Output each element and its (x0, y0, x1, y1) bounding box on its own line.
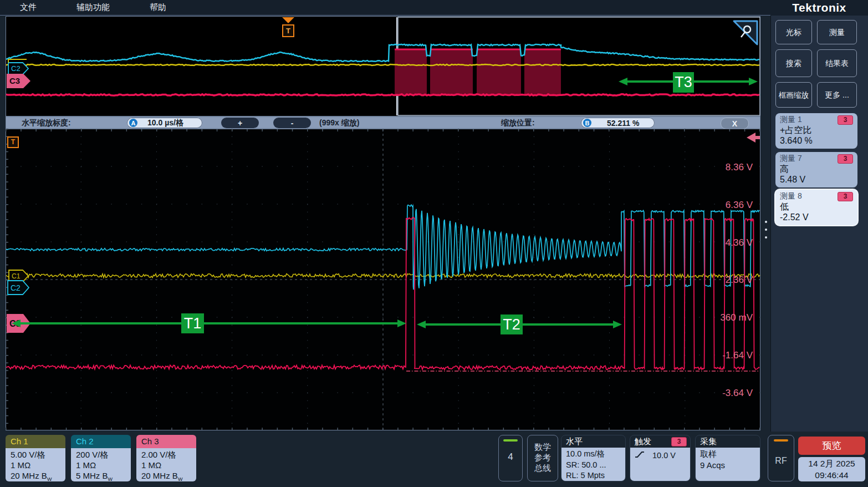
rising-edge-icon (635, 450, 645, 458)
menu-help[interactable]: 帮助 (150, 2, 166, 13)
channel-2-bandwidth: 5 MHz BW (76, 470, 131, 481)
channel-4-badge[interactable]: 4 (498, 435, 523, 481)
measurement-badge-1[interactable]: 测量 1 3 +占空比 3.640 % (775, 113, 857, 149)
measurement-title: 测量 1 (780, 115, 802, 125)
search-button[interactable]: 搜索 (775, 49, 812, 77)
rf-color-bar (774, 439, 788, 442)
zoom-scale-bar: 水平缩放标度: A 10.0 µs/格 + - (999x 缩放) 缩放位置: … (6, 116, 760, 129)
horizontal-badge[interactable]: 水平 10.0 ms/格 SR: 50.0 ... RL: 5 Mpts (561, 435, 626, 481)
measurement-badge-7[interactable]: 测量 7 3 高 5.48 V (775, 152, 857, 187)
source-channel-chip: 3 (838, 115, 853, 125)
zoom-in-button[interactable]: + (221, 118, 259, 128)
oscilloscope-app: 文件 辅助功能 帮助 Tektronix 水平缩放标度: A 10.0 µs/格… (0, 0, 868, 487)
measurement-name: 高 (780, 164, 853, 174)
channel-1-label: Ch 1 (6, 435, 65, 448)
channel-1-badge[interactable]: Ch 1 5.00 V/格 1 MΩ 20 MHz BW (6, 435, 65, 481)
date: 14 2月 2025 (798, 458, 865, 469)
channel-3-bandwidth: 20 MHz BW (141, 470, 196, 481)
voltage-label: -3.64 V (709, 388, 753, 399)
measure-button[interactable]: 测量 (817, 20, 857, 44)
waveform-overview[interactable] (6, 16, 760, 116)
zoom-position-value: 52.211 % (607, 119, 639, 128)
measurement-name: +占空比 (780, 125, 853, 135)
bottom-bar: Ch 1 5.00 V/格 1 MΩ 20 MHz BW Ch 2 200 V/… (0, 432, 868, 487)
math-ref-bus-button[interactable]: 数学 参考 总线 (527, 435, 558, 481)
rf-label: RF (768, 456, 794, 466)
horizontal-scale: 10.0 ms/格 (566, 449, 625, 460)
panel-drag-handle[interactable] (764, 221, 768, 239)
voltage-label: 360 mV (709, 312, 753, 323)
source-channel-chip: 3 (838, 154, 853, 164)
time-annotation-t3: T3 (673, 72, 694, 93)
channel-3-badge[interactable]: Ch 3 2.00 V/格 1 MΩ 20 MHz BW (136, 435, 196, 481)
measurement-value: -2.52 V (780, 212, 853, 222)
channel-3-scale: 2.00 V/格 (141, 449, 196, 460)
more-button[interactable]: 更多 ... (817, 82, 857, 108)
zoom-out-button[interactable]: - (273, 118, 311, 128)
voltage-label: 4.36 V (709, 237, 753, 248)
measurement-name: 低 (780, 201, 853, 212)
sample-rate: SR: 50.0 ... (566, 460, 625, 471)
overview-trigger-marker[interactable]: T (282, 24, 294, 37)
voltage-label: 6.36 V (709, 200, 753, 211)
horizontal-title: 水平 (561, 435, 625, 448)
datetime-display: 14 2月 2025 09:46:44 (798, 457, 865, 481)
trigger-title: 触发 (635, 435, 651, 448)
channel-2-impedance: 1 MΩ (76, 460, 131, 470)
acquisition-mode: 取样 (700, 449, 760, 460)
voltage-label: 2.36 V (709, 275, 753, 286)
preview-button[interactable]: 预览 (798, 437, 865, 455)
channel-4-color-bar (503, 439, 518, 442)
voltage-label: 8.36 V (709, 162, 753, 173)
zoom-factor-label: (999x 缩放) (319, 118, 359, 128)
measurement-value: 5.48 V (780, 174, 853, 185)
voltage-label: -1.64 V (709, 350, 753, 361)
acquisition-count: 9 Acqs (700, 460, 760, 471)
channel-2-badge[interactable]: Ch 2 200 V/格 1 MΩ 5 MHz BW (71, 435, 131, 481)
rf-badge[interactable]: RF (768, 435, 794, 481)
zoom-position-pill[interactable]: B 52.211 % (581, 118, 655, 128)
cursors-button[interactable]: 光标 (775, 20, 812, 44)
channel-1-impedance: 1 MΩ (11, 460, 65, 470)
menu-bar: 文件 辅助功能 帮助 (0, 0, 770, 16)
measurement-value: 3.640 % (780, 135, 853, 146)
acquisition-badge[interactable]: 采集 取样 9 Acqs (695, 435, 760, 481)
channel-1-scale: 5.00 V/格 (11, 449, 65, 460)
zoom-scale-label: 水平缩放标度: (22, 118, 71, 128)
channel-3-label: Ch 3 (136, 435, 196, 448)
time-annotation-t2: T2 (501, 314, 523, 334)
sidebar: 光标 测量 搜索 结果表 框画缩放 更多 ... 测量 1 3 +占空比 3.6… (770, 16, 868, 432)
measurement-title: 测量 8 (780, 191, 802, 201)
channel-2-label: Ch 2 (71, 435, 131, 448)
trigger-badge[interactable]: 触发 3 10.0 V (630, 435, 691, 481)
channel-3-impedance: 1 MΩ (141, 460, 196, 470)
tektronix-logo: Tektronix (770, 0, 868, 16)
channel-2-scale: 200 V/格 (76, 449, 131, 460)
box-zoom-button[interactable]: 框画缩放 (775, 82, 812, 108)
measurement-badge-8[interactable]: 测量 8 3 低 -2.52 V (775, 190, 857, 225)
trigger-level: 10.0 V (652, 450, 676, 461)
main-graticule[interactable] (6, 129, 760, 430)
measurement-title: 测量 7 (780, 154, 802, 164)
time: 09:46:44 (798, 469, 865, 481)
overview-trigger-position-icon[interactable] (282, 17, 294, 23)
zoom-position-label: 缩放位置: (501, 118, 535, 128)
acquisition-title: 采集 (696, 435, 760, 448)
zoom-close-button[interactable]: X (721, 118, 749, 129)
results-table-button[interactable]: 结果表 (817, 49, 857, 77)
trigger-source-chip: 3 (671, 437, 687, 447)
channel-1-bandwidth: 20 MHz BW (11, 470, 65, 481)
menu-file[interactable]: 文件 (20, 2, 37, 13)
zoom-scale-value: 10.0 µs/格 (147, 118, 183, 128)
source-channel-chip: 3 (838, 192, 853, 201)
time-annotation-t1: T1 (181, 313, 204, 333)
record-length: RL: 5 Mpts (566, 470, 625, 481)
channel-4-label: 4 (499, 452, 522, 463)
zoom-scale-value-pill[interactable]: A 10.0 µs/格 (127, 118, 202, 128)
menu-utility[interactable]: 辅助功能 (76, 2, 110, 13)
main-trigger-marker[interactable]: T (7, 136, 19, 148)
knob-b-icon: B (583, 119, 591, 127)
knob-a-icon: A (129, 119, 137, 127)
